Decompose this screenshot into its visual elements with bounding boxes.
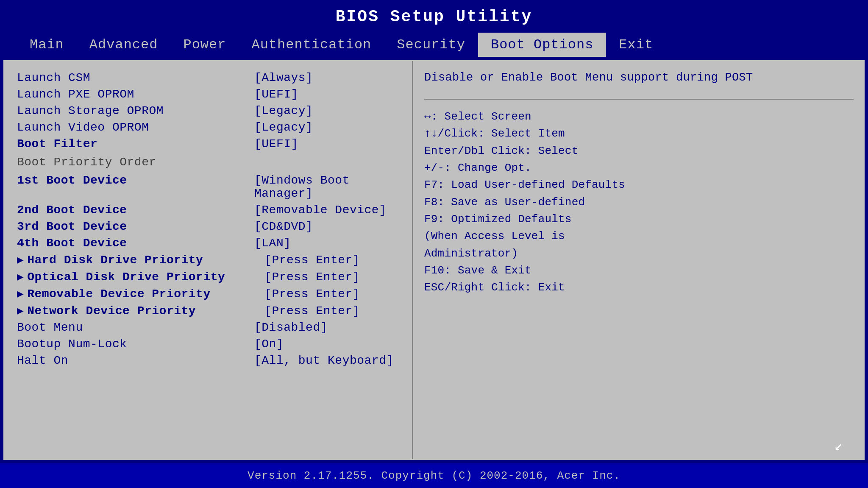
entry-launch-csm[interactable]: Launch CSM [Always] bbox=[17, 70, 403, 86]
value-launch-csm: [Always] bbox=[254, 71, 313, 84]
menu-main[interactable]: Main bbox=[17, 33, 77, 57]
key-f9-note2: Administrator) bbox=[424, 245, 854, 262]
arrow-network-priority: ▶ bbox=[17, 304, 24, 318]
label-3rd-boot: 3rd Boot Device bbox=[17, 220, 254, 233]
key-f8: F8: Save as User-defined bbox=[424, 194, 854, 211]
arrow-odd-priority: ▶ bbox=[17, 270, 24, 284]
entry-removable-priority[interactable]: ▶ Removable Device Priority [Press Enter… bbox=[17, 285, 403, 302]
title-text: BIOS Setup Utility bbox=[336, 8, 532, 26]
value-removable-priority: [Press Enter] bbox=[264, 287, 360, 301]
help-divider bbox=[424, 99, 854, 100]
label-1st-boot: 1st Boot Device bbox=[17, 174, 254, 187]
entry-1st-boot[interactable]: 1st Boot Device [Windows Boot Manager] bbox=[17, 172, 403, 202]
value-network-priority: [Press Enter] bbox=[264, 304, 360, 318]
label-hdd-priority: Hard Disk Drive Priority bbox=[27, 254, 264, 267]
entry-odd-priority[interactable]: ▶ Optical Disk Drive Priority [Press Ent… bbox=[17, 268, 403, 285]
label-network-priority: Network Device Priority bbox=[27, 304, 264, 318]
bios-screen: BIOS Setup Utility Main Advanced Power A… bbox=[0, 0, 868, 488]
label-boot-priority-order: Boot Priority Order bbox=[17, 154, 254, 170]
menu-exit[interactable]: Exit bbox=[606, 33, 666, 57]
value-1st-boot: [Windows Boot Manager] bbox=[254, 174, 403, 200]
entry-launch-storage[interactable]: Launch Storage OPROM [Legacy] bbox=[17, 103, 403, 119]
key-f10: F10: Save & Exit bbox=[424, 262, 854, 279]
key-esc: ESC/Right Click: Exit bbox=[424, 279, 854, 296]
keys-help: ↔: Select Screen ↑↓/Click: Select Item E… bbox=[424, 108, 854, 296]
entry-boot-priority-header: Boot Priority Order bbox=[17, 152, 403, 172]
value-bootup-numlock: [On] bbox=[254, 337, 284, 351]
left-panel: Launch CSM [Always] Launch PXE OPROM [UE… bbox=[4, 61, 411, 459]
key-enter: Enter/Dbl Click: Select bbox=[424, 142, 854, 159]
main-content: Launch CSM [Always] Launch PXE OPROM [UE… bbox=[3, 60, 865, 460]
arrow-removable-priority: ▶ bbox=[17, 287, 24, 301]
label-2nd-boot: 2nd Boot Device bbox=[17, 204, 254, 217]
menu-bar: Main Advanced Power Authentication Secur… bbox=[0, 30, 868, 57]
label-odd-priority: Optical Disk Drive Priority bbox=[27, 270, 264, 284]
entry-network-priority[interactable]: ▶ Network Device Priority [Press Enter] bbox=[17, 302, 403, 319]
key-change-opt: +/-: Change Opt. bbox=[424, 159, 854, 176]
label-removable-priority: Removable Device Priority bbox=[27, 287, 264, 301]
label-launch-pxe: Launch PXE OPROM bbox=[17, 88, 254, 101]
entry-2nd-boot[interactable]: 2nd Boot Device [Removable Device] bbox=[17, 202, 403, 218]
value-odd-priority: [Press Enter] bbox=[264, 270, 360, 284]
value-hdd-priority: [Press Enter] bbox=[264, 254, 360, 267]
label-halt-on: Halt On bbox=[17, 354, 254, 367]
entry-launch-video[interactable]: Launch Video OPROM [Legacy] bbox=[17, 119, 403, 136]
key-select-screen: ↔: Select Screen bbox=[424, 108, 854, 125]
value-launch-pxe: [UEFI] bbox=[254, 88, 298, 101]
menu-advanced[interactable]: Advanced bbox=[77, 33, 171, 57]
mouse-cursor: ↙ bbox=[835, 437, 843, 454]
value-launch-video: [Legacy] bbox=[254, 121, 313, 134]
right-panel: Disable or Enable Boot Menu support duri… bbox=[414, 61, 864, 459]
value-3rd-boot: [CD&DVD] bbox=[254, 220, 313, 233]
value-2nd-boot: [Removable Device] bbox=[254, 204, 386, 217]
menu-security[interactable]: Security bbox=[384, 33, 478, 57]
key-f9: F9: Optimized Defaults bbox=[424, 211, 854, 228]
label-bootup-numlock: Bootup Num-Lock bbox=[17, 337, 254, 351]
menu-power[interactable]: Power bbox=[170, 33, 239, 57]
entry-3rd-boot[interactable]: 3rd Boot Device [CD&DVD] bbox=[17, 218, 403, 235]
label-4th-boot: 4th Boot Device bbox=[17, 237, 254, 250]
entry-halt-on[interactable]: Halt On [All, but Keyboard] bbox=[17, 352, 403, 369]
value-halt-on: [All, but Keyboard] bbox=[254, 354, 394, 367]
entry-boot-filter[interactable]: Boot Filter [UEFI] bbox=[17, 136, 403, 152]
label-launch-storage: Launch Storage OPROM bbox=[17, 104, 254, 117]
label-launch-video: Launch Video OPROM bbox=[17, 121, 254, 134]
footer-text: Version 2.17.1255. Copyright (C) 2002-20… bbox=[248, 469, 620, 482]
menu-boot-options[interactable]: Boot Options bbox=[478, 33, 606, 57]
panel-divider bbox=[412, 61, 413, 459]
footer: Version 2.17.1255. Copyright (C) 2002-20… bbox=[0, 463, 868, 488]
help-description: Disable or Enable Boot Menu support duri… bbox=[424, 70, 854, 86]
menu-authentication[interactable]: Authentication bbox=[239, 33, 384, 57]
label-boot-filter: Boot Filter bbox=[17, 137, 254, 151]
entry-boot-menu[interactable]: Boot Menu [Disabled] bbox=[17, 319, 403, 336]
label-launch-csm: Launch CSM bbox=[17, 71, 254, 84]
arrow-hdd-priority: ▶ bbox=[17, 253, 24, 267]
key-f9-note1: (When Access Level is bbox=[424, 228, 854, 245]
key-f7: F7: Load User-defined Defaults bbox=[424, 176, 854, 193]
key-select-item: ↑↓/Click: Select Item bbox=[424, 125, 854, 142]
value-4th-boot: [LAN] bbox=[254, 237, 291, 250]
entry-bootup-numlock[interactable]: Bootup Num-Lock [On] bbox=[17, 336, 403, 352]
title-bar: BIOS Setup Utility bbox=[0, 0, 868, 30]
entry-4th-boot[interactable]: 4th Boot Device [LAN] bbox=[17, 235, 403, 251]
entry-launch-pxe[interactable]: Launch PXE OPROM [UEFI] bbox=[17, 86, 403, 103]
label-boot-menu: Boot Menu bbox=[17, 321, 254, 334]
entry-hdd-priority[interactable]: ▶ Hard Disk Drive Priority [Press Enter] bbox=[17, 251, 403, 268]
value-launch-storage: [Legacy] bbox=[254, 104, 313, 117]
value-boot-filter: [UEFI] bbox=[254, 137, 298, 151]
value-boot-menu: [Disabled] bbox=[254, 321, 328, 334]
